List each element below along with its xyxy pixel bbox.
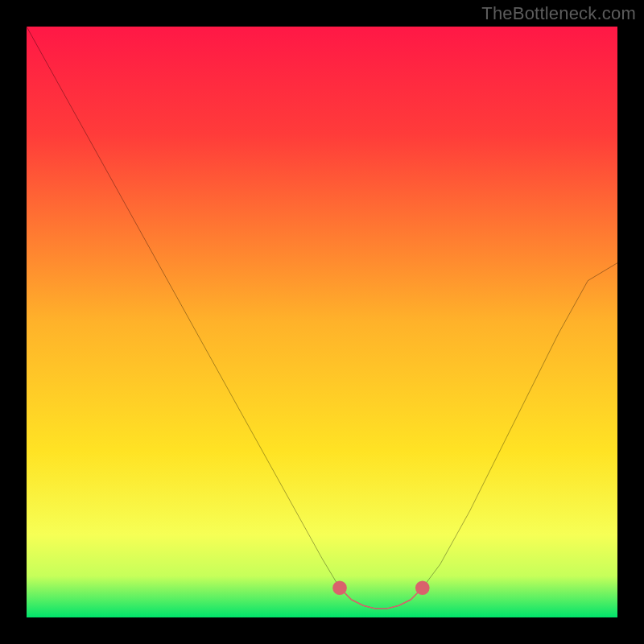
svg-point-2	[415, 580, 430, 595]
optimal-marker	[340, 588, 423, 609]
plot-area	[27, 27, 617, 617]
svg-point-1	[332, 580, 347, 595]
optimal-marker-dots	[332, 580, 429, 595]
bottleneck-curve	[27, 27, 617, 609]
chart-frame: TheBottleneck.com	[0, 0, 644, 644]
watermark-text: TheBottleneck.com	[481, 3, 636, 24]
curve-layer	[27, 27, 617, 617]
